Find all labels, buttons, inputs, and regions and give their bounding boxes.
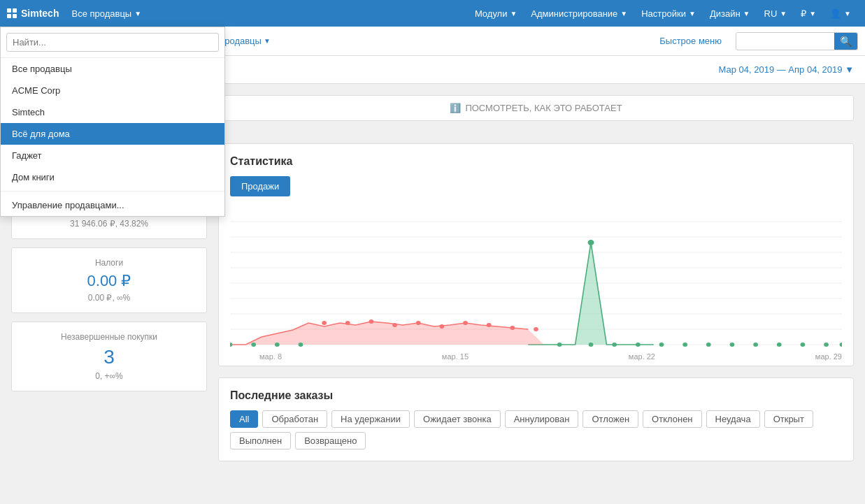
svg-point-37 xyxy=(840,343,842,347)
right-main: ℹ️ ПОСМОТРЕТЬ, КАК ЭТО РАБОТАЕТ Статисти… xyxy=(218,95,854,461)
incomplete-label: Незавершенные покупки xyxy=(23,332,195,342)
svg-point-20 xyxy=(440,324,445,329)
svg-marker-10 xyxy=(230,322,842,345)
svg-point-28 xyxy=(636,343,641,347)
svg-point-26 xyxy=(589,343,594,347)
filter-tab[interactable]: Аннулирован xyxy=(505,410,579,428)
taxes-value: 0.00 ₽ xyxy=(23,272,195,290)
svg-point-27 xyxy=(612,343,617,347)
filter-tab[interactable]: Обработан xyxy=(262,410,327,428)
statistics-title: Статистика xyxy=(230,155,842,168)
sales-button[interactable]: Продажи xyxy=(230,176,290,196)
svg-point-36 xyxy=(824,343,829,347)
filter-tabs: AllОбработанНа удержанииОжидает звонкаАн… xyxy=(230,410,842,449)
svg-point-23 xyxy=(510,326,515,330)
search-button[interactable]: 🔍 xyxy=(834,33,857,50)
incomplete-sub: 0, +∞% xyxy=(23,371,195,381)
svg-point-35 xyxy=(801,343,806,347)
svg-point-16 xyxy=(345,321,350,325)
orders-panel-title: Последние заказы xyxy=(230,389,842,402)
svg-point-13 xyxy=(275,343,280,347)
svg-point-25 xyxy=(588,240,594,245)
dropdown-vendor-item[interactable]: Гаджет xyxy=(1,145,224,166)
currency-selector[interactable]: ₽ ▼ xyxy=(794,0,823,27)
brand-label: Simtech xyxy=(21,8,59,19)
filter-tab[interactable]: Открыт xyxy=(764,410,813,428)
incomplete-value: 3 xyxy=(23,346,195,368)
svg-point-12 xyxy=(251,343,256,347)
filter-tab[interactable]: Неудача xyxy=(706,410,760,428)
svg-point-38 xyxy=(557,343,562,347)
modules-menu[interactable]: Модули ▼ xyxy=(468,0,524,27)
dropdown-search-wrap xyxy=(1,27,224,58)
statistics-panel: Статистика Продажи 14 40012 80011 2009 6… xyxy=(218,143,854,366)
svg-point-11 xyxy=(230,343,232,347)
orders-panel: Последние заказы AllОбработанНа удержани… xyxy=(218,377,854,461)
settings-menu[interactable]: Настройки ▼ xyxy=(634,0,703,27)
svg-point-18 xyxy=(392,323,397,327)
dropdown-vendor-item[interactable]: Всё для дома xyxy=(1,123,224,145)
taxes-label: Налоги xyxy=(23,258,195,268)
chart-x-labels: мар. 8 мар. 15 мар. 22 мар. 29 xyxy=(230,350,842,361)
date-range[interactable]: Мар 04, 2019 — Апр 04, 2019 ▼ xyxy=(718,64,854,75)
design-menu[interactable]: Дизайн ▼ xyxy=(703,0,757,27)
dropdown-vendor-item[interactable]: Дом книги xyxy=(1,166,224,188)
info-icon: ℹ️ xyxy=(450,103,461,113)
svg-point-14 xyxy=(299,343,303,347)
svg-point-24 xyxy=(534,327,538,331)
chart-svg xyxy=(230,208,842,347)
filter-tab[interactable]: Ожидает звонка xyxy=(414,410,501,428)
svg-point-17 xyxy=(369,319,374,324)
svg-point-34 xyxy=(777,343,782,347)
taxes-stat-card: Налоги 0.00 ₽ 0.00 ₽, ∞% xyxy=(11,247,207,313)
svg-point-33 xyxy=(753,343,758,347)
svg-point-31 xyxy=(706,343,711,347)
filter-tab[interactable]: Возвращено xyxy=(295,432,366,449)
how-it-works-label: ПОСМОТРЕТЬ, КАК ЭТО РАБОТАЕТ xyxy=(465,103,622,113)
svg-point-21 xyxy=(463,321,468,325)
dropdown-vendor-item[interactable]: ACME Corp xyxy=(1,80,224,101)
svg-point-22 xyxy=(487,323,492,327)
filter-tab[interactable]: Отложен xyxy=(582,410,638,428)
filter-tab[interactable]: Выполнен xyxy=(230,432,291,449)
sales-sub: 31 946.06 ₽, 43.82% xyxy=(23,219,195,229)
filter-tab[interactable]: Отклонен xyxy=(643,410,701,428)
search-wrap: 🔍 xyxy=(736,32,858,50)
svg-point-19 xyxy=(416,321,421,325)
how-it-works-banner[interactable]: ℹ️ ПОСМОТРЕТЬ, КАК ЭТО РАБОТАЕТ xyxy=(218,95,854,121)
manage-vendors-link[interactable]: Управление продавцами... xyxy=(1,194,224,216)
svg-point-30 xyxy=(682,343,687,347)
dropdown-divider xyxy=(1,191,224,192)
incomplete-stat-card: Незавершенные покупки 3 0, +∞% xyxy=(11,322,207,391)
dropdown-search-input[interactable] xyxy=(6,33,219,52)
user-menu[interactable]: 👤 ▼ xyxy=(823,0,858,27)
top-nav: Simtech Все продавцы ▼ Модули ▼ Админист… xyxy=(0,0,865,27)
quick-menu[interactable]: Быстрое меню xyxy=(652,36,729,46)
search-input[interactable] xyxy=(736,33,834,49)
grid-icon xyxy=(7,8,17,18)
brand: Simtech xyxy=(7,8,59,19)
administration-menu[interactable]: Администрирование ▼ xyxy=(524,0,634,27)
dropdown-vendor-item[interactable]: Simtech xyxy=(1,101,224,123)
svg-point-29 xyxy=(659,343,664,347)
svg-point-15 xyxy=(322,321,327,325)
all-vendors-dropdown[interactable]: Все продавцы ▼ xyxy=(64,0,148,27)
dropdown-vendor-item[interactable]: Все продавцы xyxy=(1,58,224,80)
lang-selector[interactable]: RU ▼ xyxy=(757,0,794,27)
vendor-dropdown: Все продавцыACME CorpSimtechВсё для дома… xyxy=(0,27,225,217)
filter-tab[interactable]: На удержании xyxy=(331,410,410,428)
svg-point-32 xyxy=(730,343,735,347)
taxes-sub: 0.00 ₽, ∞% xyxy=(23,293,195,303)
filter-tab[interactable]: All xyxy=(230,410,258,428)
